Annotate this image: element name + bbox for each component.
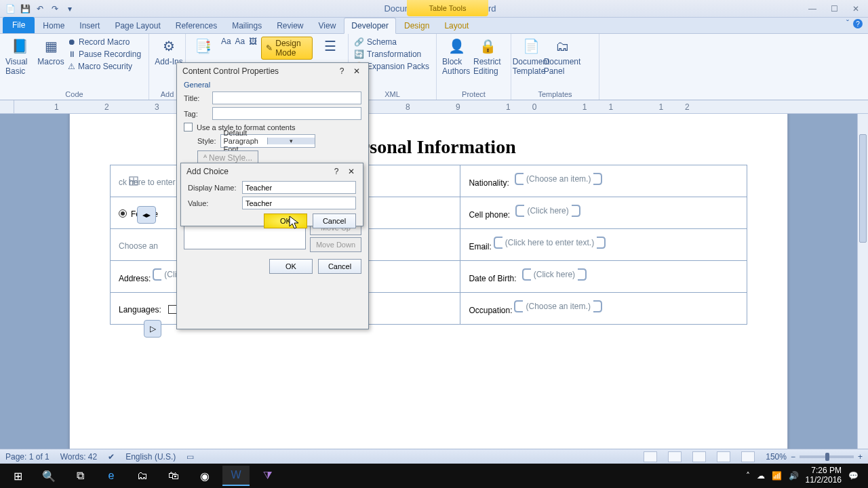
- web-view[interactable]: [692, 451, 706, 462]
- qat-more-icon[interactable]: ▾: [64, 3, 76, 15]
- file-explorer-icon[interactable]: 🗂: [129, 466, 156, 486]
- tray-up-icon[interactable]: ˄: [746, 471, 750, 481]
- zoom-in-button[interactable]: +: [858, 452, 863, 462]
- macro-security-button[interactable]: ⚠Macro Security: [66, 61, 142, 72]
- plain-text-control-icon[interactable]: Aa: [235, 37, 245, 60]
- record-macro-button[interactable]: ⏺Record Macro: [66, 37, 142, 47]
- status-page[interactable]: Page: 1 of 1: [5, 452, 50, 462]
- block-authors-button[interactable]: 👤Block Authors: [441, 35, 472, 77]
- properties-button[interactable]: ☰: [317, 35, 344, 60]
- cc-left-icon: [151, 268, 164, 281]
- props-cancel-button[interactable]: Cancel: [318, 259, 361, 274]
- structured-doc-button[interactable]: 📑: [190, 35, 217, 60]
- close-button[interactable]: ✕: [848, 3, 864, 15]
- email-input[interactable]: Click here to enter text.: [508, 238, 591, 247]
- name-placeholder[interactable]: ck here to enter: [119, 178, 175, 187]
- zoom-out-button[interactable]: −: [791, 452, 795, 462]
- word-taskbar-icon[interactable]: W: [222, 466, 250, 486]
- minimize-button[interactable]: —: [804, 3, 821, 15]
- save-icon[interactable]: 💾: [19, 3, 31, 15]
- style-label: Style:: [197, 137, 216, 145]
- nationality-dropdown[interactable]: Choose an item.: [529, 174, 588, 184]
- onedrive-icon[interactable]: ☁: [757, 471, 765, 481]
- rich-text-control-icon[interactable]: Aa: [221, 37, 231, 60]
- start-button[interactable]: ⊞: [4, 466, 31, 486]
- tray-date[interactable]: 11/2/2016: [806, 476, 842, 485]
- picture-control-icon[interactable]: 🖼: [249, 37, 257, 60]
- status-words[interactable]: Words: 42: [60, 452, 97, 462]
- cc-handle-icon[interactable]: ▷: [144, 320, 161, 338]
- dialog-title: Content Control Properties: [182, 66, 279, 76]
- props-ok-button[interactable]: OK: [269, 259, 313, 274]
- visual-studio-icon[interactable]: ⧩: [254, 466, 281, 486]
- tab-design[interactable]: Design: [397, 18, 436, 33]
- undo-icon[interactable]: ↶: [34, 3, 46, 15]
- dialog-help-button[interactable]: ?: [330, 166, 342, 177]
- wifi-icon[interactable]: 📶: [772, 471, 782, 481]
- female-radio[interactable]: [119, 209, 127, 218]
- tab-review[interactable]: Review: [270, 18, 310, 33]
- help-icon[interactable]: ?: [853, 19, 863, 28]
- schema-button[interactable]: 🔗Schema: [353, 37, 432, 47]
- cellphone-input[interactable]: Click here: [530, 206, 566, 216]
- pause-recording-button[interactable]: ⏸Pause Recording: [66, 49, 142, 60]
- value-input[interactable]: [242, 197, 356, 209]
- search-button[interactable]: 🔍: [35, 466, 62, 486]
- tab-file[interactable]: File: [3, 17, 35, 33]
- table-move-handle-icon[interactable]: [129, 176, 137, 184]
- draft-view[interactable]: [741, 451, 755, 462]
- use-style-checkbox[interactable]: [184, 123, 193, 131]
- tab-view[interactable]: View: [312, 18, 343, 33]
- tab-page-layout[interactable]: Page Layout: [108, 18, 167, 33]
- outline-view[interactable]: [717, 451, 730, 462]
- action-center-icon[interactable]: 💬: [848, 471, 859, 481]
- macros-button[interactable]: ▦Macros: [35, 35, 66, 77]
- dob-input[interactable]: Click here: [536, 270, 572, 279]
- occupation-dropdown[interactable]: Choose an item.: [528, 302, 587, 311]
- design-mode-button[interactable]: ✎Design Mode: [261, 37, 313, 60]
- tab-developer[interactable]: Developer: [344, 18, 396, 34]
- display-name-input[interactable]: [242, 181, 356, 194]
- zoom-level[interactable]: 150%: [766, 452, 787, 462]
- transformation-button[interactable]: 🔄Transformation: [353, 49, 432, 60]
- store-icon[interactable]: 🛍: [160, 466, 187, 486]
- value-label: Value:: [188, 199, 238, 207]
- cc-handle-icon[interactable]: ◂▸: [137, 206, 156, 224]
- style-combo[interactable]: Default Paragraph Font▾: [220, 134, 315, 148]
- zoom-slider[interactable]: [800, 455, 854, 458]
- title-input[interactable]: [212, 92, 361, 104]
- choose-placeholder[interactable]: Choose an: [119, 241, 158, 251]
- horizontal-ruler[interactable]: 1 2 3 4 5 6 7 8 9 10 11 12: [0, 100, 868, 114]
- edge-icon[interactable]: e: [98, 466, 125, 486]
- print-layout-view[interactable]: [644, 451, 657, 462]
- proofing-icon[interactable]: ✔: [108, 452, 115, 462]
- addchoice-ok-button[interactable]: OK: [264, 214, 307, 228]
- volume-icon[interactable]: 🔊: [789, 471, 799, 481]
- insert-mode-icon[interactable]: ▭: [186, 452, 194, 462]
- ribbon-minimize-icon[interactable]: ˇ: [846, 19, 849, 28]
- vertical-scrollbar[interactable]: [857, 114, 868, 464]
- dialog-help-button[interactable]: ?: [336, 66, 348, 77]
- tab-references[interactable]: References: [169, 18, 224, 33]
- tab-insert[interactable]: Insert: [73, 18, 106, 33]
- status-language[interactable]: English (U.S.): [125, 452, 176, 462]
- document-area[interactable]: Personal Information ck here to enter Na…: [0, 114, 857, 464]
- redo-icon[interactable]: ↷: [49, 3, 61, 15]
- dialog-close-button[interactable]: ✕: [351, 66, 363, 77]
- movedown-button[interactable]: Move Down: [310, 237, 361, 252]
- dialog-close-button[interactable]: ✕: [345, 166, 357, 177]
- document-panel-button[interactable]: 🗂Document Panel: [547, 35, 578, 77]
- document-template-button[interactable]: 📄Document Template: [515, 35, 547, 77]
- maximize-button[interactable]: ☐: [826, 3, 842, 15]
- tab-mailings[interactable]: Mailings: [225, 18, 269, 33]
- addchoice-cancel-button[interactable]: Cancel: [313, 214, 356, 228]
- visual-basic-button[interactable]: 📘Visual Basic: [4, 35, 35, 77]
- chrome-icon[interactable]: ◉: [191, 466, 218, 486]
- tray-time[interactable]: 7:26 PM: [806, 466, 842, 476]
- tab-home[interactable]: Home: [36, 18, 71, 33]
- tab-layout[interactable]: Layout: [437, 18, 475, 33]
- restrict-editing-button[interactable]: 🔒Restrict Editing: [472, 35, 503, 77]
- task-view-button[interactable]: ⧉: [66, 466, 94, 486]
- tag-input[interactable]: [212, 107, 361, 120]
- fullscreen-view[interactable]: [668, 451, 682, 462]
